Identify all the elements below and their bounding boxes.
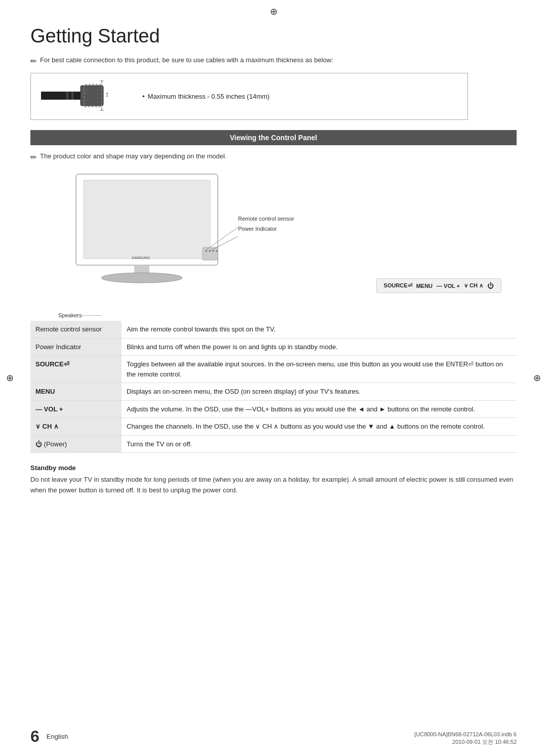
- note1-text: For best cable connection to this produc…: [40, 56, 333, 64]
- table-row: Remote control sensorAim the remote cont…: [30, 321, 517, 338]
- table-cell-label-3: MENU: [30, 383, 122, 401]
- svg-rect-1: [81, 86, 103, 106]
- table-row: ∨ CH ∧Changes the channels. In the OSD, …: [30, 418, 517, 436]
- standby-section: Standby mode Do not leave your TV in sta…: [30, 464, 517, 496]
- vol-button-label: — VOL +: [437, 283, 460, 289]
- cable-thickness-label: Maximum thickness - 0.55 inches (14mm): [142, 93, 269, 100]
- footer-right: [UC8000-NA]BN68-02712A-06L03.indb 6 2010…: [414, 731, 517, 746]
- svg-rect-12: [84, 180, 210, 259]
- svg-point-17: [205, 250, 207, 252]
- control-buttons-bar: SOURCE⏎ MENU — VOL + ∨ CH ∧ ⏻: [376, 278, 501, 293]
- svg-point-19: [212, 250, 214, 252]
- table-row: SOURCE⏎Toggles between all the available…: [30, 356, 517, 383]
- footer-language: English: [47, 733, 68, 740]
- reg-mark-top: ⊕: [270, 6, 278, 17]
- note2: ✏ The product color and shape may vary d…: [30, 152, 517, 162]
- table-cell-desc-4: Adjusts the volume. In the OSD, use the …: [122, 400, 517, 418]
- table-cell-desc-1: Blinks and turns off when the power is o…: [122, 338, 517, 356]
- reg-mark-right: ⊕: [533, 372, 541, 384]
- table-row: MENUDisplays an on-screen menu, the OSD …: [30, 383, 517, 401]
- power-button-label: ⏻: [487, 282, 494, 289]
- table-cell-desc-2: Toggles between all the available input …: [122, 356, 517, 383]
- menu-button-label: MENU: [416, 283, 433, 289]
- svg-rect-3: [71, 92, 73, 100]
- cable-box: ↕ Maximum thickness - 0.55 inches (14mm): [30, 73, 468, 120]
- ch-button-label: ∨ CH ∧: [464, 282, 483, 289]
- svg-text:SAMSUNG: SAMSUNG: [132, 256, 150, 260]
- table-cell-label-5: ∨ CH ∧: [30, 418, 122, 436]
- power-indicator-label: Power Indicator: [238, 225, 277, 232]
- remote-sensor-label: Remote control sensor: [238, 215, 294, 222]
- source-button-label: SOURCE⏎: [384, 282, 412, 289]
- page-number: 6: [30, 727, 40, 746]
- table-cell-desc-5: Changes the channels. In the OSD, use th…: [122, 418, 517, 436]
- footer: 6 English [UC8000-NA]BN68-02712A-06L03.i…: [0, 727, 547, 746]
- page-title: Getting Started: [30, 25, 517, 47]
- control-table: Remote control sensorAim the remote cont…: [30, 321, 517, 453]
- svg-rect-16: [203, 247, 218, 260]
- table-cell-label-2: SOURCE⏎: [30, 356, 122, 383]
- footer-left: 6 English: [30, 727, 68, 746]
- reg-mark-left: ⊕: [6, 372, 14, 384]
- page: ⊕ ⊕ ⊕ Getting Started ✏ For best cable c…: [0, 0, 547, 756]
- table-cell-label-0: Remote control sensor: [30, 321, 122, 338]
- svg-point-20: [216, 250, 218, 252]
- table-cell-label-6: ⏻ (Power): [30, 435, 122, 453]
- svg-point-14: [101, 273, 182, 283]
- table-cell-desc-0: Aim the remote control towards this spot…: [122, 321, 517, 338]
- standby-heading: Standby mode: [30, 464, 517, 472]
- table-row: — VOL +Adjusts the volume. In the OSD, u…: [30, 400, 517, 418]
- tv-diagram: SAMSUNG Remote control sensor Power Indi…: [30, 169, 517, 321]
- note2-text: The product color and shape may vary dep…: [40, 152, 227, 160]
- section-header: Viewing the Control Panel: [30, 130, 517, 145]
- svg-text:↕: ↕: [105, 90, 109, 98]
- note1: ✏ For best cable connection to this prod…: [30, 56, 517, 66]
- cable-diagram: ↕: [41, 80, 127, 112]
- cable-bullet: Maximum thickness - 0.55 inches (14mm): [142, 93, 269, 100]
- table-cell-desc-3: Displays an on-screen menu, the OSD (on …: [122, 383, 517, 401]
- tv-illustration: SAMSUNG: [56, 169, 248, 301]
- table-cell-label-1: Power Indicator: [30, 338, 122, 356]
- standby-text: Do not leave your TV in standby mode for…: [30, 475, 517, 496]
- footer-date: 2010-09-01 오전 10:46:52: [452, 738, 517, 746]
- footer-file: [UC8000-NA]BN68-02712A-06L03.indb 6: [414, 731, 517, 737]
- speakers-label-area: Speakers: [58, 312, 102, 318]
- note-icon-2: ✏: [30, 153, 37, 162]
- svg-rect-0: [41, 92, 82, 100]
- table-cell-desc-6: Turns the TV on or off.: [122, 435, 517, 453]
- table-row: Power IndicatorBlinks and turns off when…: [30, 338, 517, 356]
- note-icon-1: ✏: [30, 57, 37, 66]
- table-cell-label-4: — VOL +: [30, 400, 122, 418]
- table-row: ⏻ (Power)Turns the TV on or off.: [30, 435, 517, 453]
- svg-rect-4: [66, 92, 68, 100]
